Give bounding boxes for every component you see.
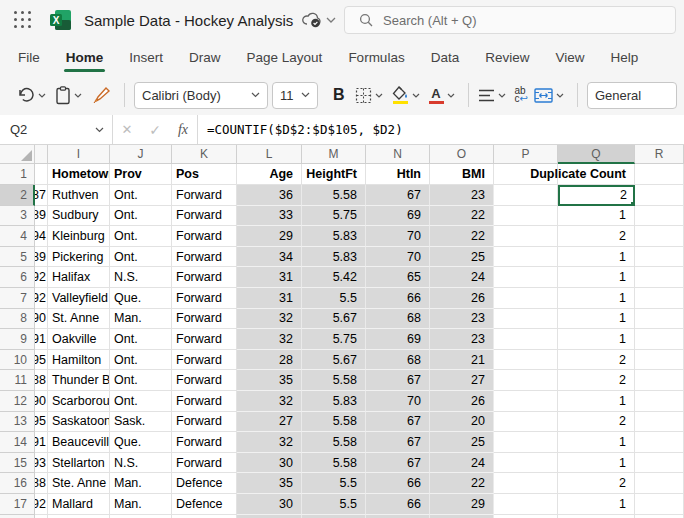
cell[interactable]: 89 — [35, 206, 48, 227]
cell[interactable] — [635, 473, 684, 494]
cell[interactable] — [494, 370, 558, 391]
cell[interactable] — [172, 515, 237, 518]
cell[interactable] — [494, 247, 558, 268]
cell[interactable] — [635, 432, 684, 453]
cell[interactable]: Thunder Ba — [48, 370, 110, 391]
cell[interactable]: N.S. — [110, 267, 172, 288]
cell[interactable]: St. Anne — [48, 309, 110, 330]
cell[interactable]: 87 — [35, 185, 48, 206]
cell[interactable]: Valleyfield — [48, 288, 110, 309]
cell[interactable] — [494, 432, 558, 453]
cell[interactable]: 1 — [558, 206, 635, 227]
cell[interactable]: 1 — [558, 267, 635, 288]
cell[interactable]: 22 — [430, 473, 494, 494]
cell[interactable]: Ont. — [110, 247, 172, 268]
column-header-Q[interactable]: Q — [558, 145, 635, 164]
row-header[interactable]: 11 — [0, 370, 35, 391]
row-header[interactable]: 13 — [0, 412, 35, 433]
cell[interactable] — [494, 494, 558, 515]
cell[interactable]: Forward — [172, 206, 237, 227]
bold-button[interactable]: B — [333, 86, 345, 104]
document-title[interactable]: Sample Data - Hockey Analysis — [84, 12, 293, 29]
cell[interactable]: Forward — [172, 329, 237, 350]
cell[interactable] — [494, 350, 558, 371]
cell[interactable]: 31 — [237, 288, 302, 309]
cell[interactable]: Stellarton — [48, 453, 110, 474]
cell[interactable] — [635, 515, 684, 518]
cell[interactable] — [635, 288, 684, 309]
column-header-J[interactable]: J — [110, 145, 172, 164]
cell[interactable]: 66 — [366, 288, 430, 309]
cell[interactable] — [494, 453, 558, 474]
confirm-entry-icon[interactable]: ✓ — [141, 122, 169, 138]
cell[interactable] — [635, 226, 684, 247]
cell[interactable] — [430, 515, 494, 518]
cell[interactable]: Hometown — [48, 164, 110, 185]
row-header[interactable]: 2 — [0, 185, 35, 206]
row-header[interactable]: 16 — [0, 473, 35, 494]
row-header[interactable]: 5 — [0, 247, 35, 268]
cell[interactable] — [494, 515, 558, 518]
cell[interactable]: 67 — [366, 432, 430, 453]
cell[interactable]: 26 — [430, 288, 494, 309]
cell[interactable]: 67 — [366, 412, 430, 433]
cell[interactable]: 69 — [366, 329, 430, 350]
font-name-select[interactable]: Calibri (Body) — [134, 82, 268, 109]
cell[interactable]: Que. — [110, 432, 172, 453]
cell[interactable]: 5.58 — [302, 185, 366, 206]
cell[interactable]: 95 — [35, 350, 48, 371]
cell[interactable]: 2 — [558, 473, 635, 494]
cell[interactable]: Forward — [172, 432, 237, 453]
cell[interactable] — [494, 309, 558, 330]
row-header[interactable]: 14 — [0, 432, 35, 453]
cell[interactable] — [635, 206, 684, 227]
cell[interactable]: Beauceville — [48, 432, 110, 453]
cell[interactable]: 5.58 — [302, 453, 366, 474]
cell[interactable]: 5.67 — [302, 309, 366, 330]
cell[interactable]: 32 — [237, 329, 302, 350]
cell[interactable]: Forward — [172, 288, 237, 309]
merge-center-button[interactable] — [534, 88, 564, 103]
cell[interactable] — [635, 350, 684, 371]
cell[interactable]: 26 — [430, 391, 494, 412]
cell[interactable]: 1 — [558, 247, 635, 268]
row-header[interactable]: 9 — [0, 329, 35, 350]
cell[interactable]: 2 — [558, 185, 635, 206]
cell[interactable] — [237, 515, 302, 518]
cell[interactable] — [635, 185, 684, 206]
cell[interactable] — [302, 515, 366, 518]
cell[interactable] — [35, 164, 48, 185]
row-header[interactable]: 3 — [0, 206, 35, 227]
cell[interactable]: Forward — [172, 226, 237, 247]
cell[interactable]: Pickering — [48, 247, 110, 268]
cell[interactable]: 22 — [430, 226, 494, 247]
cell[interactable]: Ont. — [110, 350, 172, 371]
cell[interactable]: Pos — [172, 164, 237, 185]
cell[interactable]: Man. — [110, 473, 172, 494]
cell[interactable]: 24 — [430, 453, 494, 474]
cell[interactable]: 1 — [558, 391, 635, 412]
cell[interactable]: 5.5 — [302, 288, 366, 309]
cell[interactable]: 1 — [558, 309, 635, 330]
cell[interactable] — [635, 247, 684, 268]
tab-data[interactable]: Data — [418, 40, 473, 75]
cell[interactable] — [35, 515, 48, 518]
cell[interactable]: 23 — [430, 309, 494, 330]
row-header[interactable]: 8 — [0, 309, 35, 330]
cell[interactable]: 5.83 — [302, 247, 366, 268]
cell[interactable]: 1 — [558, 494, 635, 515]
cell[interactable] — [635, 370, 684, 391]
cell[interactable]: Forward — [172, 370, 237, 391]
cell[interactable]: Forward — [172, 185, 237, 206]
cell[interactable]: Forward — [172, 309, 237, 330]
tab-page-layout[interactable]: Page Layout — [234, 40, 336, 75]
font-size-select[interactable]: 11 — [272, 82, 318, 109]
cell[interactable] — [558, 515, 635, 518]
cell[interactable]: Prov — [110, 164, 172, 185]
cell[interactable]: Man. — [110, 494, 172, 515]
cell[interactable]: 29 — [237, 226, 302, 247]
wrap-text-button[interactable]: abc↩ — [515, 87, 528, 103]
cell[interactable]: 66 — [366, 494, 430, 515]
cell[interactable]: Scarboroug — [48, 391, 110, 412]
cell[interactable]: Forward — [172, 267, 237, 288]
